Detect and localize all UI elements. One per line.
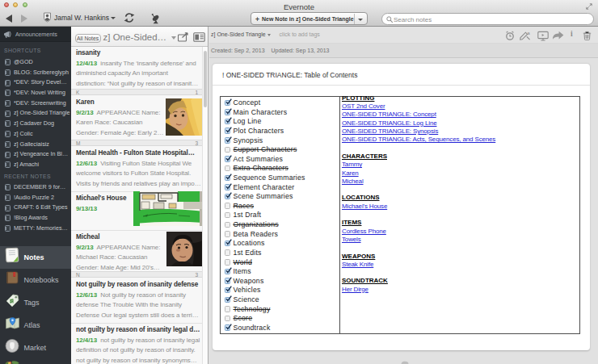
svg-text:a: a bbox=[527, 31, 530, 36]
